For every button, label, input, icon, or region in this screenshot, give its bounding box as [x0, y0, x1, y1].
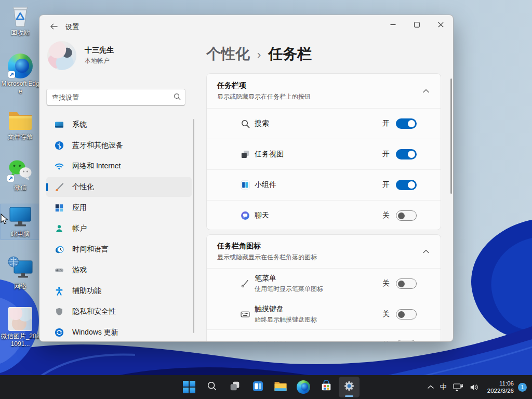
desktop-icon-wechat[interactable]: 微信: [0, 156, 41, 193]
recycle-bin-icon: [9, 4, 31, 28]
setting-label: 虚拟触摸板: [255, 340, 291, 342]
ime-indicator[interactable]: 中: [437, 377, 450, 397]
pen-icon: [240, 277, 250, 290]
task-view-button[interactable]: [224, 377, 245, 397]
toggle-state-label: 开: [382, 119, 390, 128]
sidebar-item-gaming[interactable]: 游戏: [46, 260, 192, 280]
accessibility-icon: [54, 286, 64, 296]
search-icon: [174, 93, 181, 102]
sidebar: 系统 蓝牙和其他设备 网络和 Internet 个性化: [46, 115, 192, 342]
chevron-up-icon[interactable]: [423, 249, 429, 254]
mouse-cursor: [1, 214, 8, 225]
setting-label: 搜索: [255, 119, 269, 128]
search-toggle[interactable]: [396, 118, 417, 129]
sidebar-item-label: 隐私和安全性: [72, 307, 116, 316]
sidebar-item-time-language[interactable]: 时间和语言: [46, 240, 192, 259]
widgets-toggle[interactable]: [396, 180, 417, 190]
task-view-toggle[interactable]: [396, 149, 417, 159]
desktop-icon-network[interactable]: 网络: [0, 255, 41, 292]
sidebar-item-system[interactable]: 系统: [46, 115, 192, 135]
user-profile[interactable]: 十三先生 本地帐户: [47, 41, 114, 70]
search-input[interactable]: [46, 89, 185, 105]
pen-menu-toggle[interactable]: [396, 278, 417, 289]
sidebar-item-label: 系统: [72, 120, 87, 129]
sidebar-item-label: 个性化: [72, 182, 94, 192]
chevron-up-icon[interactable]: [423, 89, 429, 93]
section-subtitle: 显示或隐藏显示在任务栏上的按钮: [217, 92, 311, 101]
sidebar-item-apps[interactable]: 应用: [46, 198, 192, 218]
setting-row-search: 搜索 开: [207, 108, 441, 139]
brush-icon: [54, 182, 64, 192]
section-taskbar-items: 任务栏项 显示或隐藏显示在任务栏上的按钮 搜索 开: [206, 73, 441, 230]
toggle-state-label: 关: [382, 211, 390, 220]
edge-button[interactable]: [293, 377, 314, 397]
sidebar-item-windows-update[interactable]: Windows 更新: [46, 323, 192, 342]
tray-date: 2022/3/26: [487, 387, 514, 394]
section-header[interactable]: 任务栏角图标 显示或隐藏显示在任务栏角落的图标: [207, 235, 441, 268]
toggle-state-label: 开: [382, 150, 390, 159]
task-view-icon: [240, 148, 250, 161]
sidebar-item-label: 应用: [72, 203, 87, 212]
sidebar-item-label: 辅助功能: [72, 286, 101, 296]
sidebar-item-accessibility[interactable]: 辅助功能: [46, 281, 192, 301]
settings-button[interactable]: [339, 377, 360, 397]
taskbar: 中 11:06 2022/3/26 1: [0, 375, 532, 399]
sidebar-item-bluetooth[interactable]: 蓝牙和其他设备: [46, 136, 192, 155]
taskbar-search-button[interactable]: [202, 377, 222, 397]
file-explorer-button[interactable]: [270, 377, 291, 397]
close-button[interactable]: [429, 16, 453, 33]
sidebar-item-label: 游戏: [72, 265, 87, 275]
setting-label: 触摸键盘: [255, 304, 317, 314]
desktop-icon-recycle-bin[interactable]: 回收站: [0, 2, 41, 38]
sidebar-item-label: 蓝牙和其他设备: [72, 141, 123, 150]
desktop-icon-label: 此电脑: [11, 230, 30, 238]
sidebar-item-network[interactable]: 网络和 Internet: [46, 156, 192, 176]
sidebar-scrollbar[interactable]: [193, 119, 194, 333]
store-button[interactable]: [316, 377, 337, 397]
chat-toggle[interactable]: [396, 210, 417, 221]
tray-chevron-up-icon[interactable]: [424, 377, 437, 397]
toggle-state-label: 关: [382, 310, 390, 319]
minimize-button[interactable]: [381, 16, 405, 33]
desktop-icon-folder[interactable]: 文件存放: [0, 108, 41, 142]
clock[interactable]: 11:06 2022/3/26: [487, 380, 514, 394]
toggle-state-label: 关: [382, 340, 390, 342]
edge-icon: [297, 380, 310, 394]
network-tray-icon[interactable]: [450, 377, 467, 397]
widgets-icon: [251, 380, 264, 395]
titlebar[interactable]: 设置: [39, 15, 453, 38]
wechat-icon: [7, 157, 34, 182]
settings-window: 设置 十三先生 本地帐户: [39, 15, 454, 342]
content-scrollbar[interactable]: [450, 78, 452, 194]
desktop-icon-edge[interactable]: Microsoft Edge: [0, 52, 41, 97]
widgets-button[interactable]: [247, 377, 268, 397]
sidebar-item-label: Windows 更新: [72, 328, 118, 337]
folder-icon: [7, 110, 33, 131]
start-button[interactable]: [179, 377, 200, 397]
desktop-icon-label: 回收站: [11, 29, 30, 37]
virtual-touchpad-toggle[interactable]: [396, 340, 417, 342]
page-title: 任务栏: [268, 44, 312, 64]
maximize-button[interactable]: [405, 16, 429, 33]
desktop: 回收站 Microsoft Edge 文件存放: [0, 0, 532, 399]
desktop-icon-wechat-image[interactable]: 微信图片_2021091...: [0, 305, 41, 350]
section-header[interactable]: 任务栏项 显示或隐藏显示在任务栏上的按钮: [207, 74, 441, 108]
update-icon: [54, 327, 64, 338]
breadcrumb-parent[interactable]: 个性化: [206, 44, 250, 64]
notification-badge[interactable]: 1: [518, 383, 527, 392]
image-thumbnail-icon: [8, 307, 32, 331]
setting-label: 任务视图: [255, 150, 284, 159]
widgets-icon: [240, 179, 250, 191]
task-view-icon: [229, 380, 241, 394]
wifi-icon: [54, 161, 64, 171]
setting-row-pen-menu: 笔菜单 使用笔时显示笔菜单图标 关: [207, 268, 441, 299]
touch-keyboard-toggle[interactable]: [396, 309, 417, 320]
back-button[interactable]: [46, 20, 61, 33]
sidebar-item-accounts[interactable]: 帐户: [46, 219, 192, 238]
setting-row-touch-keyboard: 触摸键盘 始终显示触摸键盘图标 关: [207, 299, 441, 329]
search-icon: [240, 117, 250, 130]
sidebar-item-privacy[interactable]: 隐私和安全性: [46, 302, 192, 322]
sidebar-item-personalization[interactable]: 个性化: [46, 177, 192, 197]
breadcrumb: 个性化 › 任务栏: [206, 44, 312, 64]
volume-tray-icon[interactable]: [467, 377, 482, 397]
